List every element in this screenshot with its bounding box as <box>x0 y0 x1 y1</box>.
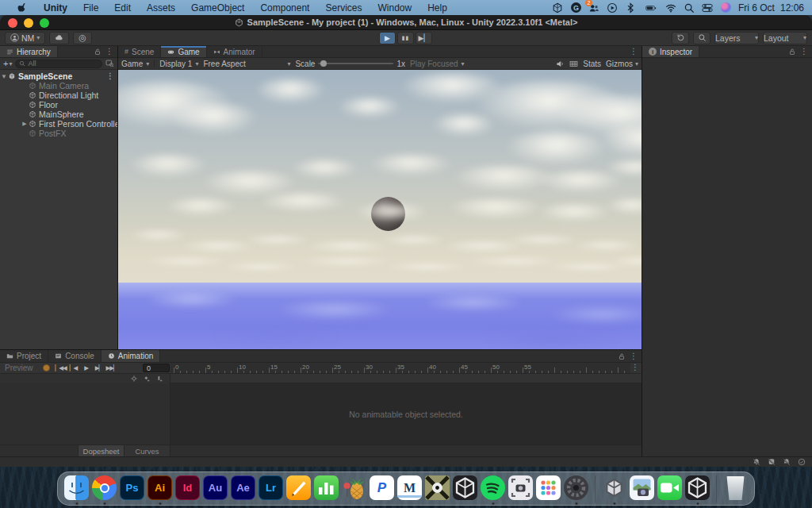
dock-icon-indesign[interactable]: Id <box>175 475 200 502</box>
dock-icon-numbers[interactable] <box>314 475 339 502</box>
close-window-button[interactable] <box>8 18 17 28</box>
curves-button[interactable]: Curves <box>124 445 170 456</box>
panel-menu-icon[interactable]: ⋮ <box>630 352 638 360</box>
scene-menu-icon[interactable]: ⋮ <box>106 72 114 80</box>
mute-audio-icon[interactable] <box>556 60 565 68</box>
bluetooth-icon[interactable] <box>625 2 637 13</box>
play-focused-dropdown[interactable]: Play Focused▾ <box>410 60 465 68</box>
play-circle-status-icon[interactable] <box>607 2 619 13</box>
dock-icon-finder[interactable] <box>64 475 89 502</box>
preview-button[interactable]: Preview <box>0 364 38 372</box>
unity-status-icon[interactable] <box>552 2 564 13</box>
tab-animation[interactable]: Animation <box>102 350 160 362</box>
dock-icon-photos-app[interactable] <box>630 475 654 502</box>
tab-scene[interactable]: # Scene <box>118 46 161 57</box>
game-view[interactable] <box>118 70 642 349</box>
hierarchy-search-input[interactable] <box>28 60 98 67</box>
grammarly-status-icon[interactable]: G <box>570 2 582 13</box>
dock-icon-unity-editor[interactable] <box>453 475 477 502</box>
tab-project[interactable]: Project <box>0 350 48 362</box>
game-mode-dropdown[interactable]: Game▾ <box>121 60 149 68</box>
dock-icon-screenshot-app[interactable] <box>508 475 533 502</box>
gizmos-dropdown[interactable]: Gizmos▾ <box>606 60 638 68</box>
current-frame-field[interactable] <box>143 364 170 372</box>
notifications-muted-icon[interactable] <box>753 458 760 466</box>
cache-disabled-icon[interactable] <box>768 458 776 466</box>
version-control-button[interactable]: ◎ <box>73 32 92 44</box>
dock-icon-settings-dial[interactable] <box>564 475 588 502</box>
goto-first-frame-button[interactable]: ▏◀◀ <box>55 364 67 373</box>
stats-toggle[interactable]: Stats <box>583 60 601 68</box>
tasks-done-icon[interactable] <box>798 458 806 466</box>
layers-dropdown[interactable]: Layers ▾ <box>714 32 759 44</box>
battery-icon[interactable] <box>643 2 659 13</box>
expand-icon[interactable]: ▶ <box>21 121 29 127</box>
dock-icon-illustrator[interactable]: Ai <box>147 475 172 502</box>
create-object-button[interactable]: +▾ <box>3 59 12 68</box>
scale-slider[interactable] <box>318 63 393 64</box>
menubar-item-help[interactable]: Help <box>419 0 455 15</box>
wifi-icon[interactable] <box>665 2 677 13</box>
account-button[interactable]: NM ▾ <box>5 32 45 44</box>
dock-icon-audition[interactable]: Au <box>203 475 228 502</box>
dock-icon-after-effects[interactable]: Ae <box>231 475 255 502</box>
vsync-grid-icon[interactable] <box>569 60 578 68</box>
dock-icon-unity-editor-2[interactable] <box>685 475 710 502</box>
tab-inspector[interactable]: i Inspector <box>642 46 699 57</box>
dock-icon-viewfinder-app[interactable] <box>425 475 450 502</box>
tab-animator[interactable]: Animator <box>207 46 262 57</box>
dock-icon-trash[interactable] <box>723 475 748 502</box>
frame-nav-icon[interactable] <box>130 375 138 383</box>
menubar-item-services[interactable]: Services <box>317 0 370 15</box>
control-center-icon[interactable] <box>702 2 714 13</box>
dock-icon-mamp[interactable]: M <box>397 475 422 502</box>
siri-icon[interactable] <box>720 2 732 13</box>
undo-history-button[interactable] <box>672 32 689 44</box>
hierarchy-item-first-person-controller-m[interactable]: ▶First Person Controller M <box>0 119 117 129</box>
hierarchy-item-main-camera[interactable]: Main Camera <box>0 81 117 90</box>
window-title-bar[interactable]: SampleScene - My project (1) - Windows, … <box>0 15 812 30</box>
lock-icon[interactable] <box>618 352 626 360</box>
menubar-item-assets[interactable]: Assets <box>139 0 183 15</box>
aspect-dropdown[interactable]: Free Aspect▾ <box>203 60 290 68</box>
panel-menu-icon[interactable]: ⋮ <box>800 48 808 56</box>
minimize-window-button[interactable] <box>24 18 33 28</box>
keyframe-track[interactable] <box>170 374 642 383</box>
hierarchy-item-mainsphere[interactable]: MainSphere <box>0 110 117 119</box>
foldout-icon[interactable]: ▼ <box>0 73 8 80</box>
next-key-button[interactable]: ▶▏ <box>93 364 105 373</box>
panel-menu-icon[interactable]: ⋮ <box>105 48 113 56</box>
tab-console[interactable]: Console <box>48 350 102 362</box>
alerts-muted-icon[interactable] <box>783 458 791 466</box>
dock-icon-unity-hub[interactable] <box>602 475 626 502</box>
apple-menu[interactable] <box>10 0 36 15</box>
hierarchy-item-floor[interactable]: Floor <box>0 100 117 110</box>
tab-hierarchy[interactable]: Hierarchy <box>0 46 58 57</box>
dock-icon-lightroom[interactable]: Lr <box>259 475 283 502</box>
dock-icon-pineapple-cocktail[interactable] <box>342 475 366 502</box>
panel-menu-icon[interactable]: ⋮ <box>630 48 638 56</box>
zoom-window-button[interactable] <box>40 18 49 28</box>
dock-icon-blue-p-app[interactable]: P <box>370 475 394 502</box>
lock-icon[interactable] <box>94 48 102 56</box>
dock-icon-chrome[interactable] <box>92 475 117 502</box>
menubar-item-gameobject[interactable]: GameObject <box>183 0 252 15</box>
menubar-date[interactable]: Fri 6 Oct <box>738 2 775 13</box>
menubar-time[interactable]: 12:06 <box>780 2 804 13</box>
dopesheet-button[interactable]: Dopesheet <box>78 445 124 456</box>
hierarchy-search[interactable] <box>15 60 102 68</box>
menubar-item-window[interactable]: Window <box>370 0 419 15</box>
search-button[interactable] <box>693 32 710 44</box>
previous-key-button[interactable]: ▏◀ <box>67 364 80 373</box>
hierarchy-item-directional-light[interactable]: Directional Light <box>0 90 117 100</box>
display-dropdown[interactable]: Display 1▾ <box>159 60 198 68</box>
timeline-ruler[interactable]: 0510152025303540455055 <box>170 363 630 373</box>
dock-icon-facetime[interactable] <box>657 475 682 502</box>
hierarchy-item-postfx[interactable]: PostFX <box>0 129 117 138</box>
play-button[interactable]: ▶ <box>379 32 396 44</box>
step-button[interactable]: ▶▏ <box>416 32 432 44</box>
layout-dropdown[interactable]: Layout ▾ <box>763 32 807 44</box>
add-event-button[interactable] <box>155 375 163 383</box>
dock-icon-spotify[interactable] <box>481 475 505 502</box>
dock-icon-photoshop[interactable]: Ps <box>120 475 144 502</box>
